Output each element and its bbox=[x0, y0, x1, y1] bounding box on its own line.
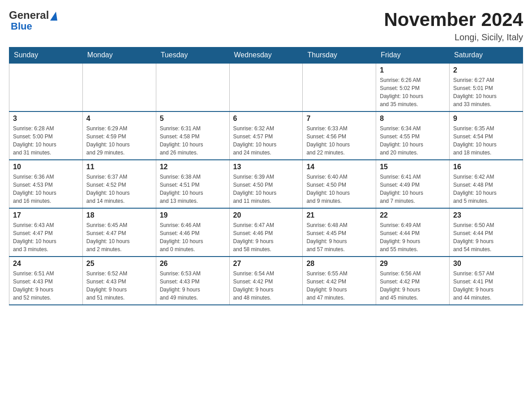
day-number: 26 bbox=[160, 260, 226, 268]
calendar-day-cell: 18Sunrise: 6:45 AM Sunset: 4:47 PM Dayli… bbox=[82, 208, 156, 257]
day-info: Sunrise: 6:54 AM Sunset: 4:42 PM Dayligh… bbox=[233, 270, 299, 302]
calendar-day-cell: 3Sunrise: 6:28 AM Sunset: 5:00 PM Daylig… bbox=[9, 111, 83, 160]
calendar-day-cell: 4Sunrise: 6:29 AM Sunset: 4:59 PM Daylig… bbox=[82, 111, 156, 160]
day-number: 6 bbox=[233, 115, 299, 123]
day-info: Sunrise: 6:49 AM Sunset: 4:44 PM Dayligh… bbox=[380, 221, 446, 253]
day-number: 3 bbox=[13, 115, 79, 123]
page-header: General Blue November 2024 Longi, Sicily… bbox=[9, 9, 523, 43]
calendar-day-cell: 10Sunrise: 6:36 AM Sunset: 4:53 PM Dayli… bbox=[9, 160, 83, 208]
day-info: Sunrise: 6:26 AM Sunset: 5:02 PM Dayligh… bbox=[380, 76, 446, 108]
day-number: 13 bbox=[233, 163, 299, 171]
calendar-day-cell: 29Sunrise: 6:56 AM Sunset: 4:42 PM Dayli… bbox=[376, 257, 450, 305]
day-info: Sunrise: 6:40 AM Sunset: 4:50 PM Dayligh… bbox=[306, 173, 372, 205]
weekday-header-sunday: Sunday bbox=[9, 47, 83, 64]
day-info: Sunrise: 6:45 AM Sunset: 4:47 PM Dayligh… bbox=[86, 221, 152, 253]
day-info: Sunrise: 6:56 AM Sunset: 4:42 PM Dayligh… bbox=[380, 270, 446, 302]
day-info: Sunrise: 6:57 AM Sunset: 4:41 PM Dayligh… bbox=[453, 270, 519, 302]
calendar-day-cell bbox=[9, 63, 83, 111]
day-number: 7 bbox=[306, 115, 372, 123]
weekday-header-wednesday: Wednesday bbox=[229, 47, 303, 64]
day-info: Sunrise: 6:52 AM Sunset: 4:43 PM Dayligh… bbox=[86, 270, 152, 302]
calendar-day-cell: 26Sunrise: 6:53 AM Sunset: 4:43 PM Dayli… bbox=[156, 257, 229, 305]
day-number: 9 bbox=[453, 115, 519, 123]
calendar-day-cell bbox=[82, 63, 156, 111]
calendar-day-cell: 19Sunrise: 6:46 AM Sunset: 4:46 PM Dayli… bbox=[156, 208, 229, 257]
calendar-day-cell: 12Sunrise: 6:38 AM Sunset: 4:51 PM Dayli… bbox=[156, 160, 229, 208]
day-number: 19 bbox=[160, 211, 226, 219]
day-number: 20 bbox=[233, 211, 299, 219]
calendar-day-cell: 27Sunrise: 6:54 AM Sunset: 4:42 PM Dayli… bbox=[229, 257, 303, 305]
day-info: Sunrise: 6:50 AM Sunset: 4:44 PM Dayligh… bbox=[453, 221, 519, 253]
calendar-day-cell: 6Sunrise: 6:32 AM Sunset: 4:57 PM Daylig… bbox=[229, 111, 303, 160]
calendar-day-cell: 20Sunrise: 6:47 AM Sunset: 4:46 PM Dayli… bbox=[229, 208, 303, 257]
calendar-day-cell: 2Sunrise: 6:27 AM Sunset: 5:01 PM Daylig… bbox=[450, 63, 523, 111]
calendar-day-cell: 21Sunrise: 6:48 AM Sunset: 4:45 PM Dayli… bbox=[303, 208, 376, 257]
day-number: 28 bbox=[306, 260, 372, 268]
calendar-day-cell: 1Sunrise: 6:26 AM Sunset: 5:02 PM Daylig… bbox=[376, 63, 450, 111]
day-info: Sunrise: 6:46 AM Sunset: 4:46 PM Dayligh… bbox=[160, 221, 226, 253]
calendar-day-cell: 25Sunrise: 6:52 AM Sunset: 4:43 PM Dayli… bbox=[82, 257, 156, 305]
calendar-day-cell: 16Sunrise: 6:42 AM Sunset: 4:48 PM Dayli… bbox=[450, 160, 523, 208]
day-number: 14 bbox=[306, 163, 372, 171]
calendar-day-cell: 11Sunrise: 6:37 AM Sunset: 4:52 PM Dayli… bbox=[82, 160, 156, 208]
calendar-day-cell: 9Sunrise: 6:35 AM Sunset: 4:54 PM Daylig… bbox=[450, 111, 523, 160]
day-info: Sunrise: 6:47 AM Sunset: 4:46 PM Dayligh… bbox=[233, 221, 299, 253]
calendar-day-cell: 13Sunrise: 6:39 AM Sunset: 4:50 PM Dayli… bbox=[229, 160, 303, 208]
day-number: 25 bbox=[86, 260, 152, 268]
calendar-day-cell bbox=[156, 63, 229, 111]
day-number: 30 bbox=[453, 260, 519, 268]
day-number: 8 bbox=[380, 115, 446, 123]
day-info: Sunrise: 6:33 AM Sunset: 4:56 PM Dayligh… bbox=[306, 124, 372, 157]
calendar-day-cell: 5Sunrise: 6:31 AM Sunset: 4:58 PM Daylig… bbox=[156, 111, 229, 160]
calendar-table: SundayMondayTuesdayWednesdayThursdayFrid… bbox=[9, 47, 523, 305]
day-number: 10 bbox=[13, 163, 79, 171]
day-info: Sunrise: 6:35 AM Sunset: 4:54 PM Dayligh… bbox=[453, 124, 519, 157]
day-info: Sunrise: 6:34 AM Sunset: 4:55 PM Dayligh… bbox=[380, 124, 446, 157]
day-info: Sunrise: 6:55 AM Sunset: 4:42 PM Dayligh… bbox=[306, 270, 372, 302]
weekday-header-monday: Monday bbox=[82, 47, 156, 64]
logo-triangle bbox=[50, 12, 57, 21]
day-number: 29 bbox=[380, 260, 446, 268]
day-info: Sunrise: 6:38 AM Sunset: 4:51 PM Dayligh… bbox=[160, 173, 226, 205]
day-number: 24 bbox=[13, 260, 79, 268]
day-info: Sunrise: 6:32 AM Sunset: 4:57 PM Dayligh… bbox=[233, 124, 299, 157]
calendar-week-3: 10Sunrise: 6:36 AM Sunset: 4:53 PM Dayli… bbox=[9, 160, 523, 208]
logo: General Blue bbox=[9, 9, 57, 32]
day-info: Sunrise: 6:28 AM Sunset: 5:00 PM Dayligh… bbox=[13, 124, 79, 157]
day-info: Sunrise: 6:36 AM Sunset: 4:53 PM Dayligh… bbox=[13, 173, 79, 205]
weekday-header-thursday: Thursday bbox=[303, 47, 376, 64]
day-number: 16 bbox=[453, 163, 519, 171]
calendar-day-cell: 17Sunrise: 6:43 AM Sunset: 4:47 PM Dayli… bbox=[9, 208, 83, 257]
day-number: 1 bbox=[380, 66, 446, 74]
day-number: 12 bbox=[160, 163, 226, 171]
day-number: 17 bbox=[13, 211, 79, 219]
calendar-day-cell: 14Sunrise: 6:40 AM Sunset: 4:50 PM Dayli… bbox=[303, 160, 376, 208]
day-number: 23 bbox=[453, 211, 519, 219]
day-number: 5 bbox=[160, 115, 226, 123]
calendar-day-cell: 28Sunrise: 6:55 AM Sunset: 4:42 PM Dayli… bbox=[303, 257, 376, 305]
location: Longi, Sicily, Italy bbox=[384, 32, 523, 43]
day-info: Sunrise: 6:43 AM Sunset: 4:47 PM Dayligh… bbox=[13, 221, 79, 253]
day-number: 2 bbox=[453, 66, 519, 74]
calendar-week-2: 3Sunrise: 6:28 AM Sunset: 5:00 PM Daylig… bbox=[9, 111, 523, 160]
calendar-day-cell: 30Sunrise: 6:57 AM Sunset: 4:41 PM Dayli… bbox=[450, 257, 523, 305]
day-info: Sunrise: 6:29 AM Sunset: 4:59 PM Dayligh… bbox=[86, 124, 152, 157]
calendar-week-4: 17Sunrise: 6:43 AM Sunset: 4:47 PM Dayli… bbox=[9, 208, 523, 257]
day-number: 18 bbox=[86, 211, 152, 219]
weekday-header-friday: Friday bbox=[376, 47, 450, 64]
day-number: 4 bbox=[86, 115, 152, 123]
calendar-day-cell: 7Sunrise: 6:33 AM Sunset: 4:56 PM Daylig… bbox=[303, 111, 376, 160]
day-number: 27 bbox=[233, 260, 299, 268]
calendar-week-5: 24Sunrise: 6:51 AM Sunset: 4:43 PM Dayli… bbox=[9, 257, 523, 305]
day-info: Sunrise: 6:48 AM Sunset: 4:45 PM Dayligh… bbox=[306, 221, 372, 253]
day-info: Sunrise: 6:41 AM Sunset: 4:49 PM Dayligh… bbox=[380, 173, 446, 205]
day-info: Sunrise: 6:27 AM Sunset: 5:01 PM Dayligh… bbox=[453, 76, 519, 108]
day-number: 15 bbox=[380, 163, 446, 171]
calendar-day-cell bbox=[303, 63, 376, 111]
title-area: November 2024 Longi, Sicily, Italy bbox=[384, 9, 523, 43]
month-title: November 2024 bbox=[384, 9, 523, 30]
calendar-week-1: 1Sunrise: 6:26 AM Sunset: 5:02 PM Daylig… bbox=[9, 63, 523, 111]
day-info: Sunrise: 6:37 AM Sunset: 4:52 PM Dayligh… bbox=[86, 173, 152, 205]
day-info: Sunrise: 6:39 AM Sunset: 4:50 PM Dayligh… bbox=[233, 173, 299, 205]
calendar-day-cell bbox=[229, 63, 303, 111]
